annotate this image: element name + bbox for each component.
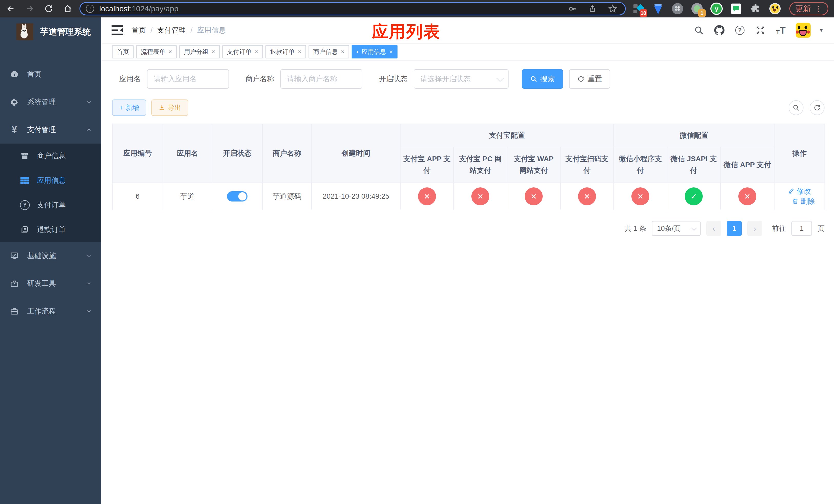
tag-merchant-info[interactable]: 商户信息× xyxy=(308,45,349,59)
sidebar-item-home[interactable]: 首页 xyxy=(0,61,101,88)
share-icon[interactable] xyxy=(588,4,597,13)
browser-update-button[interactable]: 更新 ⋮ xyxy=(789,2,828,15)
prev-page-button[interactable]: ‹ xyxy=(706,221,721,236)
page-number-button[interactable]: 1 xyxy=(727,221,742,236)
back-button[interactable] xyxy=(6,4,16,14)
delete-label: 删除 xyxy=(801,197,815,206)
extension-dot-icon[interactable]: 1 xyxy=(691,3,703,15)
cell-wechat-jsapi: ✓ xyxy=(667,183,720,210)
forward-button[interactable] xyxy=(25,4,35,14)
status-select[interactable]: 请选择开启状态 xyxy=(414,69,508,89)
address-bar[interactable]: i localhost:1024/pay/app xyxy=(80,2,626,15)
sidebar-item-dev-tools[interactable]: 研发工具 xyxy=(0,270,101,297)
user-avatar[interactable] xyxy=(796,23,811,38)
tag-app-info[interactable]: ●应用信息× xyxy=(352,45,397,59)
url-text[interactable]: localhost:1024/pay/app xyxy=(99,4,568,13)
url-path: :1024/pay/app xyxy=(130,4,178,13)
tag-close-icon[interactable]: × xyxy=(255,49,258,55)
tag-pay-orders[interactable]: 支付订单× xyxy=(222,45,263,59)
page-annotation: 应用列表 xyxy=(372,21,441,43)
sidebar-item-payment[interactable]: ¥ 支付管理 xyxy=(0,116,101,143)
table-toolbar: + 新增 导出 xyxy=(112,99,825,116)
refresh-icon xyxy=(577,75,585,83)
search-button[interactable]: 搜索 xyxy=(522,69,563,89)
sidebar-item-system[interactable]: 系统管理 xyxy=(0,88,101,116)
tag-close-icon[interactable]: × xyxy=(169,49,172,55)
browser-extensions: 10 ⌘ 1 y xyxy=(626,3,788,15)
table-row: 6 芋道 芋道源码 2021-10-23 08:49:25 ✕ ✕ ✕ ✕ ✕ … xyxy=(112,183,825,210)
status-cross-icon: ✕ xyxy=(578,187,596,205)
col-actions: 操作 xyxy=(774,124,825,183)
add-button-label: 新增 xyxy=(126,103,139,112)
tag-home[interactable]: 首页 xyxy=(112,45,134,59)
sidebar-item-app-info[interactable]: 应用信息 xyxy=(0,168,101,193)
sidebar-item-label: 研发工具 xyxy=(27,279,86,289)
sidebar-fold-icon[interactable] xyxy=(112,25,123,36)
col-app-id: 应用编号 xyxy=(112,124,163,183)
show-search-button[interactable] xyxy=(789,100,804,115)
add-button[interactable]: + 新增 xyxy=(112,99,146,116)
breadcrumb: 首页 / 支付管理 / 应用信息 xyxy=(132,25,226,35)
refresh-table-button[interactable] xyxy=(810,100,825,115)
sidebar-item-workflow[interactable]: 工作流程 xyxy=(0,297,101,325)
tag-refund-orders[interactable]: 退款订单× xyxy=(265,45,306,59)
extension-blocks-icon[interactable]: 10 xyxy=(632,3,645,15)
fullscreen-icon[interactable] xyxy=(755,25,766,36)
extension-command-icon[interactable]: ⌘ xyxy=(672,3,684,15)
breadcrumb-payment[interactable]: 支付管理 xyxy=(157,25,186,35)
export-button[interactable]: 导出 xyxy=(151,99,188,116)
col-alipay-pc: 支付宝 PC 网站支付 xyxy=(454,147,507,183)
extension-emoji-icon[interactable] xyxy=(769,3,781,15)
sidebar-item-pay-orders[interactable]: ¥ 支付订单 xyxy=(0,193,101,217)
search-form: 应用名 商户名称 开启状态 请选择开启状态 搜索 重置 xyxy=(112,69,825,89)
sidebar-menu: 首页 系统管理 ¥ 支付管理 xyxy=(0,61,101,325)
font-size-icon[interactable]: TT xyxy=(775,25,787,36)
extensions-puzzle-icon[interactable] xyxy=(749,3,762,15)
tag-close-icon[interactable]: × xyxy=(298,49,301,55)
avatar-caret-icon[interactable]: ▾ xyxy=(820,27,823,33)
sidebar-item-infrastructure[interactable]: 基础设施 xyxy=(0,242,101,270)
reload-button[interactable] xyxy=(44,4,54,14)
status-toggle[interactable] xyxy=(227,191,247,202)
tag-close-icon[interactable]: × xyxy=(212,49,215,55)
sidebar-item-merchant-info[interactable]: 商户信息 xyxy=(0,143,101,168)
tag-label: 商户信息 xyxy=(313,48,338,56)
status-cross-icon: ✕ xyxy=(418,187,436,205)
app-logo[interactable]: 芋道管理系统 xyxy=(0,18,101,46)
tag-process-form[interactable]: 流程表单× xyxy=(136,45,177,59)
tag-label: 应用信息 xyxy=(361,48,386,56)
tag-close-icon[interactable]: × xyxy=(389,49,393,55)
edit-button[interactable]: 修改 xyxy=(788,186,811,196)
tag-label: 首页 xyxy=(117,48,129,56)
breadcrumb-home[interactable]: 首页 xyxy=(132,25,146,35)
home-button[interactable] xyxy=(63,4,73,14)
sidebar-item-label: 首页 xyxy=(27,69,92,79)
tag-close-icon[interactable]: × xyxy=(341,49,345,55)
next-page-button[interactable]: › xyxy=(747,221,762,236)
pagination-total: 共 1 条 xyxy=(625,224,646,233)
github-icon[interactable] xyxy=(714,25,725,36)
tags-view: 首页 流程表单× 用户分组× 支付订单× 退款订单× 商户信息× ●应用信息× xyxy=(101,43,834,61)
extension-gem-icon[interactable] xyxy=(652,3,664,15)
extension-chat-icon[interactable] xyxy=(730,3,742,15)
bookmark-star-icon[interactable] xyxy=(608,4,617,13)
main-area: 首页 / 支付管理 / 应用信息 应用列表 ? TT xyxy=(101,18,834,504)
sidebar-item-refund-orders[interactable]: 退款订单 xyxy=(0,217,101,242)
page-size-select[interactable]: 10条/页 xyxy=(652,221,701,236)
tag-user-group[interactable]: 用户分组× xyxy=(179,45,220,59)
merchant-name-input[interactable] xyxy=(280,69,363,89)
delete-button[interactable]: 删除 xyxy=(792,197,815,206)
chevron-down-icon xyxy=(691,225,697,231)
sidebar-item-label: 支付管理 xyxy=(27,125,86,135)
browser-menu-icon[interactable]: ⋮ xyxy=(814,4,822,14)
goto-page-input[interactable] xyxy=(791,221,812,236)
search-icon[interactable] xyxy=(693,25,704,36)
password-key-icon[interactable] xyxy=(568,4,577,13)
app-name-input[interactable] xyxy=(147,69,229,89)
reset-button[interactable]: 重置 xyxy=(569,69,610,89)
site-info-icon[interactable]: i xyxy=(86,5,94,13)
extension-yuque-icon[interactable]: y xyxy=(710,3,723,15)
cell-alipay-app: ✕ xyxy=(400,183,454,210)
page-size-value: 10条/页 xyxy=(657,224,681,233)
help-icon[interactable]: ? xyxy=(734,25,746,36)
